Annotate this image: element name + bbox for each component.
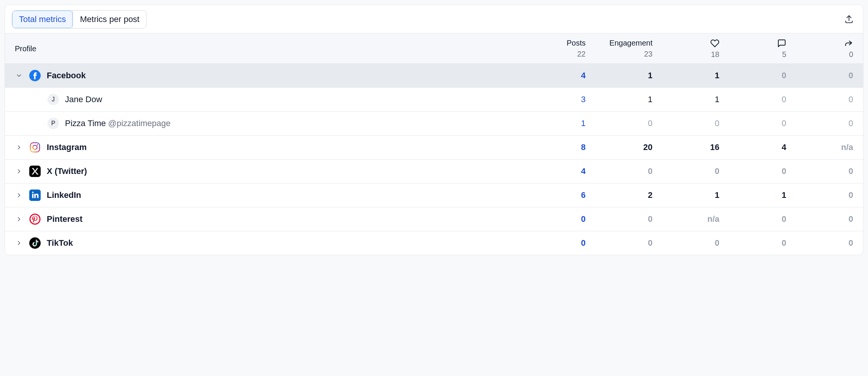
tab-total-metrics[interactable]: Total metrics (12, 11, 73, 28)
column-likes: 18 (655, 39, 719, 59)
likes-value: 0 (655, 238, 719, 248)
platform-row-pinterest[interactable]: Pinterest 0 0 n/a 0 0 (5, 207, 863, 231)
posts-value[interactable]: 4 (529, 166, 586, 176)
comments-value: 0 (722, 214, 786, 224)
engagement-value: 20 (588, 142, 653, 152)
column-shares: 0 (789, 39, 853, 59)
shares-value: n/a (789, 142, 853, 152)
platform-name: LinkedIn (47, 190, 81, 200)
column-posts-total: 22 (577, 50, 586, 58)
svg-rect-2 (30, 143, 40, 152)
posts-value[interactable]: 1 (529, 118, 586, 128)
table-body: Facebook 4 1 1 0 0 J Jane Dow 3 1 1 0 0 … (5, 64, 863, 255)
chevron-right-icon[interactable] (15, 239, 23, 247)
shares-value: 0 (789, 95, 853, 104)
comments-value: 0 (722, 71, 786, 81)
engagement-value: 1 (588, 71, 653, 81)
instagram-icon (29, 142, 41, 153)
comments-value: 0 (722, 238, 786, 248)
likes-value: 0 (655, 118, 719, 128)
upload-icon (844, 14, 854, 24)
chevron-down-icon[interactable] (15, 71, 23, 80)
tiktok-icon (29, 237, 41, 249)
column-posts: Posts 22 (529, 39, 586, 58)
comments-value: 0 (722, 166, 786, 176)
profile-cell: Instagram (15, 142, 526, 153)
svg-point-3 (33, 145, 37, 149)
posts-value[interactable]: 3 (529, 95, 586, 104)
column-profile: Profile (15, 44, 526, 53)
engagement-value: 1 (588, 95, 653, 104)
shares-value: 0 (789, 190, 853, 200)
column-likes-total: 18 (711, 50, 719, 59)
facebook-icon (29, 70, 41, 81)
platform-name: Instagram (47, 142, 87, 152)
engagement-value: 0 (588, 238, 653, 248)
chevron-right-icon[interactable] (15, 143, 23, 152)
avatar: P (48, 118, 59, 129)
likes-value: 1 (655, 95, 719, 104)
platform-row-instagram[interactable]: Instagram 8 20 16 4 n/a (5, 136, 863, 160)
platform-name: Facebook (47, 71, 86, 81)
shares-value: 0 (789, 71, 853, 81)
posts-value[interactable]: 4 (529, 71, 586, 81)
platform-name: Pinterest (47, 214, 82, 224)
platform-row-twitter[interactable]: X (Twitter) 4 0 0 0 0 (5, 160, 863, 183)
twitter-icon (29, 166, 41, 177)
chevron-right-icon[interactable] (15, 191, 23, 199)
profile-cell: P Pizza Time@pizzatimepage (15, 118, 526, 129)
platform-name: TikTok (47, 238, 73, 248)
table-header: Profile Posts 22 Engagement 23 18 5 0 (5, 33, 863, 64)
engagement-value: 2 (588, 190, 653, 200)
profile-name: Pizza Time@pizzatimepage (65, 118, 171, 128)
posts-value[interactable]: 6 (529, 190, 586, 200)
profile-cell: X (Twitter) (15, 166, 526, 177)
comments-value: 0 (722, 95, 786, 104)
engagement-value: 0 (588, 214, 653, 224)
profile-cell: Facebook (15, 70, 526, 81)
chevron-right-icon[interactable] (15, 167, 23, 175)
shares-value: 0 (789, 118, 853, 128)
profile-cell: Pinterest (15, 213, 526, 225)
profile-cell: LinkedIn (15, 190, 526, 201)
posts-value[interactable]: 8 (529, 142, 586, 152)
comments-value: 0 (722, 118, 786, 128)
platform-row-linkedin[interactable]: LinkedIn 6 2 1 1 0 (5, 183, 863, 207)
chevron-right-icon[interactable] (15, 215, 23, 223)
column-engagement-total: 23 (644, 50, 653, 58)
profile-cell: TikTok (15, 237, 526, 249)
svg-point-8 (29, 237, 41, 249)
platform-row-facebook[interactable]: Facebook 4 1 1 0 0 (5, 64, 863, 88)
comments-value: 4 (722, 142, 786, 152)
tab-group: Total metrics Metrics per post (12, 10, 147, 28)
column-shares-total: 0 (849, 50, 853, 59)
platform-row-tiktok[interactable]: TikTok 0 0 0 0 0 (5, 231, 863, 255)
posts-value[interactable]: 0 (529, 214, 586, 224)
shares-value: 0 (789, 238, 853, 248)
svg-point-7 (30, 214, 40, 224)
profile-handle: @pizzatimepage (108, 118, 171, 128)
profile-name: Jane Dow (65, 95, 102, 104)
column-posts-label: Posts (567, 39, 586, 47)
likes-value: n/a (655, 214, 719, 224)
export-button[interactable] (842, 12, 856, 27)
comments-value: 1 (722, 190, 786, 200)
likes-value: 1 (655, 71, 719, 81)
svg-point-4 (37, 144, 38, 145)
likes-value: 16 (655, 142, 719, 152)
posts-value[interactable]: 0 (529, 238, 586, 248)
metrics-card: Total metrics Metrics per post Profile P… (5, 5, 863, 255)
heart-icon (710, 39, 719, 48)
linkedin-icon (29, 190, 41, 201)
column-comments: 5 (722, 39, 786, 59)
profile-row[interactable]: P Pizza Time@pizzatimepage 1 0 0 0 0 (5, 112, 863, 136)
profile-row[interactable]: J Jane Dow 3 1 1 0 0 (5, 88, 863, 112)
share-icon (844, 39, 853, 48)
engagement-value: 0 (588, 118, 653, 128)
tab-metrics-per-post[interactable]: Metrics per post (73, 11, 146, 28)
toolbar: Total metrics Metrics per post (5, 5, 863, 33)
avatar: J (48, 94, 59, 105)
profile-cell: J Jane Dow (15, 94, 526, 105)
column-comments-total: 5 (782, 50, 786, 59)
shares-value: 0 (789, 166, 853, 176)
